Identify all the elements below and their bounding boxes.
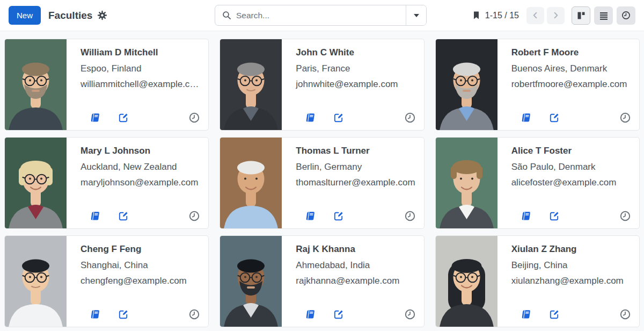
activity-button[interactable] (620, 112, 631, 123)
chevron-left-icon (531, 11, 539, 19)
faculty-location: Buenos Aires, Denmark (511, 63, 631, 74)
activity-button[interactable] (189, 309, 200, 320)
book-button[interactable] (90, 310, 100, 319)
gear-icon (97, 10, 107, 20)
book-button[interactable] (521, 310, 531, 319)
book-icon (305, 211, 316, 221)
faculty-photo (436, 236, 497, 327)
pager-range: 1-15 / 15 (485, 11, 519, 20)
edit-button[interactable] (550, 211, 559, 221)
clock-icon (189, 211, 200, 221)
activity-button[interactable] (189, 211, 200, 221)
edit-button[interactable] (550, 113, 559, 123)
pager-and-views: 1-15 / 15 (472, 6, 635, 25)
edit-icon (550, 211, 559, 221)
book-button[interactable] (90, 211, 100, 221)
book-icon (90, 211, 100, 221)
faculty-location: Shanghai, China (80, 260, 200, 271)
card-grid: William D Mitchell Espoo, Finland willia… (4, 39, 640, 327)
edit-icon (334, 113, 343, 123)
book-button[interactable] (521, 211, 531, 221)
edit-button[interactable] (550, 310, 559, 319)
faculty-card[interactable]: Cheng F Feng Shanghai, China chengfeng@e… (4, 235, 209, 327)
kanban-view-icon (577, 11, 586, 20)
edit-icon (550, 113, 559, 123)
activity-button[interactable] (405, 211, 415, 221)
edit-icon (550, 310, 559, 319)
faculty-photo (5, 39, 67, 130)
faculty-card[interactable]: Thomas L Turner Berlin, Germany thomaslt… (219, 137, 424, 229)
edit-icon (334, 310, 343, 319)
activity-button[interactable] (405, 309, 415, 320)
page-title: Faculties (48, 10, 92, 21)
faculty-email: chengfeng@example.com (80, 276, 200, 286)
faculty-name: Cheng F Feng (80, 244, 200, 255)
clock-icon (405, 112, 415, 123)
faculty-location: Paris, France (296, 63, 415, 74)
faculty-photo (5, 138, 67, 228)
search-input[interactable] (236, 11, 406, 20)
control-panel: New Faculties (0, 0, 644, 31)
edit-button[interactable] (119, 113, 128, 123)
activity-view-icon (621, 11, 631, 20)
faculty-name: Robert F Moore (511, 47, 631, 58)
clock-icon (405, 309, 415, 320)
edit-button[interactable] (334, 211, 343, 221)
book-button[interactable] (305, 113, 316, 123)
faculty-card[interactable]: Alice T Foster São Paulo, Denmark alicef… (435, 137, 640, 229)
clock-icon (405, 211, 415, 221)
faculty-photo (5, 236, 67, 327)
book-icon (90, 310, 100, 319)
faculty-location: Beijing, China (511, 260, 631, 271)
faculty-email: robertfmoore@example.com (511, 79, 631, 90)
faculty-card[interactable]: Raj K Khanna Ahmedabad, India rajkhanna@… (219, 235, 424, 327)
faculty-name: Xiulan Z Zhang (511, 244, 631, 255)
activity-button[interactable] (620, 309, 631, 320)
faculty-email: williammitchell@example.com (80, 79, 200, 90)
book-button[interactable] (305, 211, 316, 221)
new-button[interactable]: New (9, 6, 41, 25)
settings-gear-button[interactable] (97, 10, 107, 20)
faculty-photo (220, 236, 282, 327)
faculty-name: John C White (296, 47, 415, 58)
activity-button[interactable] (405, 112, 415, 123)
faculty-location: Berlin, Germany (296, 162, 415, 172)
edit-icon (334, 211, 343, 221)
edit-button[interactable] (119, 310, 128, 319)
faculty-name: William D Mitchell (80, 47, 200, 58)
search-bar (215, 5, 427, 26)
edit-icon (119, 113, 128, 123)
book-icon (305, 113, 316, 123)
search-dropdown-button[interactable] (406, 5, 426, 25)
faculty-email: alicefoster@example.com (511, 177, 631, 188)
faculty-card[interactable]: Xiulan Z Zhang Beijing, China xiulanzhan… (435, 235, 640, 327)
faculty-name: Mary L Johnson (80, 146, 200, 156)
view-list-button[interactable] (594, 6, 613, 25)
activity-button[interactable] (189, 112, 200, 123)
search-icon (222, 11, 231, 20)
pager-prev-button[interactable] (526, 7, 544, 24)
breadcrumb-area: New Faculties (9, 6, 107, 25)
faculty-email: rajkhanna@example.com (296, 276, 415, 286)
book-button[interactable] (90, 113, 100, 123)
faculty-location: Ahmedabad, India (296, 260, 415, 271)
book-button[interactable] (521, 113, 531, 123)
book-button[interactable] (305, 310, 316, 319)
pager-next-button[interactable] (547, 7, 565, 24)
view-kanban-button[interactable] (572, 6, 590, 25)
book-icon (305, 310, 316, 319)
bookmark-icon[interactable] (472, 11, 480, 20)
activity-button[interactable] (620, 211, 631, 221)
faculty-card[interactable]: John C White Paris, France johnwhite@exa… (219, 39, 424, 131)
edit-button[interactable] (119, 211, 128, 221)
edit-button[interactable] (334, 310, 343, 319)
faculty-card[interactable]: Mary L Johnson Auckland, New Zealand mar… (4, 137, 209, 229)
edit-button[interactable] (334, 113, 343, 123)
faculty-email: thomaslturner@example.com (296, 177, 415, 188)
faculty-card[interactable]: Robert F Moore Buenos Aires, Denmark rob… (435, 39, 640, 131)
faculty-card[interactable]: William D Mitchell Espoo, Finland willia… (4, 39, 209, 131)
faculty-email: maryljohnson@example.com (80, 177, 200, 188)
caret-down-icon (414, 14, 419, 17)
view-activity-button[interactable] (617, 6, 635, 25)
edit-icon (119, 310, 128, 319)
